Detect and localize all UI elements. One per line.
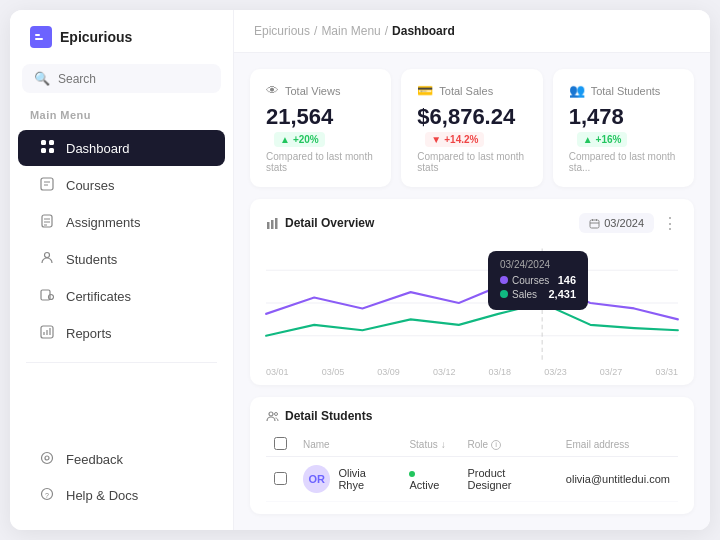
logo-icon	[30, 26, 52, 48]
sidebar-bottom: Feedback ? Help & Docs	[10, 441, 233, 514]
sidebar-item-dashboard[interactable]: Dashboard	[18, 130, 225, 166]
select-all-checkbox[interactable]	[274, 437, 287, 450]
student-avatar: OR	[303, 465, 330, 493]
sidebar-item-help[interactable]: ? Help & Docs	[18, 478, 225, 513]
sidebar-item-courses[interactable]: Courses	[18, 168, 225, 203]
col-name: Name	[295, 433, 401, 457]
students-stat-value: 1,478	[569, 104, 624, 129]
svg-rect-2	[41, 140, 46, 145]
col-check	[266, 433, 295, 457]
logo: Epicurious	[10, 26, 233, 64]
sidebar-feedback-label: Feedback	[66, 452, 123, 467]
sidebar-divider	[26, 362, 217, 363]
row-check	[266, 457, 295, 502]
views-value: 21,564	[266, 104, 333, 129]
search-icon: 🔍	[34, 71, 50, 86]
sidebar-reports-label: Reports	[66, 326, 112, 341]
x-label-2: 03/09	[377, 367, 400, 377]
sidebar-help-label: Help & Docs	[66, 488, 138, 503]
students-card: Detail Students Name	[250, 397, 694, 514]
svg-rect-0	[35, 34, 40, 36]
sales-badge: ▼ +14.2%	[425, 132, 484, 147]
svg-text:?: ?	[45, 492, 49, 499]
svg-rect-6	[41, 178, 53, 190]
sidebar-assignments-label: Assignments	[66, 215, 140, 230]
views-label: Total Views	[285, 85, 340, 97]
students-stat-label: Total Students	[591, 85, 661, 97]
table-row: OR Olivia Rhye Active Product Designer o…	[266, 457, 678, 502]
feedback-icon	[38, 451, 56, 468]
sidebar-item-assignments[interactable]: Assignments	[18, 205, 225, 240]
role-info-icon: i	[491, 440, 501, 450]
stats-row: 👁 Total Views 21,564 ▲ +20% Compared to …	[250, 69, 694, 187]
svg-point-15	[49, 295, 54, 300]
status-sort-icon: ↓	[441, 439, 446, 450]
students-section-icon	[266, 410, 279, 423]
sidebar-item-reports[interactable]: Reports	[18, 316, 225, 351]
row-role: Product Designer	[459, 457, 557, 502]
svg-point-21	[45, 456, 49, 460]
x-label-3: 03/12	[433, 367, 456, 377]
sidebar-item-students[interactable]: Students	[18, 242, 225, 277]
sidebar-dashboard-label: Dashboard	[66, 141, 130, 156]
courses-icon	[38, 177, 56, 194]
certificates-icon	[38, 288, 56, 305]
assignments-icon	[38, 214, 56, 231]
x-label-7: 03/31	[655, 367, 678, 377]
x-label-6: 03/27	[600, 367, 623, 377]
status-text: Active	[409, 479, 439, 491]
content-area: 👁 Total Views 21,564 ▲ +20% Compared to …	[234, 53, 710, 530]
chart-title-icon	[266, 217, 279, 230]
svg-rect-27	[590, 220, 599, 228]
row-status: Active	[401, 457, 459, 502]
sidebar-section-label: Main Menu	[10, 109, 233, 129]
sales-label: Total Sales	[439, 85, 493, 97]
stat-card-sales: 💳 Total Sales $6,876.24 ▼ +14.2% Compare…	[401, 69, 542, 187]
breadcrumb-sep1: /	[314, 24, 317, 38]
svg-point-20	[42, 453, 53, 464]
top-bar: Epicurious / Main Menu / Dashboard	[234, 10, 710, 53]
table-header-row: Name Status ↓ Role	[266, 433, 678, 457]
students-table: Name Status ↓ Role	[266, 433, 678, 502]
views-badge: ▲ +20%	[274, 132, 325, 147]
chart-card: Detail Overview 03/2024 ⋮	[250, 199, 694, 385]
students-section-title: Detail Students	[285, 409, 372, 423]
sidebar-item-certificates[interactable]: Certificates	[18, 279, 225, 314]
sales-sub: Compared to last month stats	[417, 151, 526, 173]
svg-rect-4	[41, 148, 46, 153]
reports-icon	[38, 325, 56, 342]
students-stat-badge: ▲ +16%	[577, 132, 628, 147]
sidebar-item-feedback[interactable]: Feedback	[18, 442, 225, 477]
breadcrumb-dashboard: Dashboard	[392, 24, 455, 38]
breadcrumb-epicurious[interactable]: Epicurious	[254, 24, 310, 38]
col-status: Status ↓	[401, 433, 459, 457]
calendar-icon	[589, 218, 600, 229]
stat-card-students: 👥 Total Students 1,478 ▲ +16% Compared t…	[553, 69, 694, 187]
students-stat-sub: Compared to last month sta...	[569, 151, 678, 173]
students-section-header: Detail Students	[266, 409, 678, 423]
chart-date-button[interactable]: 03/2024	[579, 213, 654, 233]
svg-point-13	[45, 253, 50, 258]
svg-rect-1	[35, 38, 43, 40]
views-sub: Compared to last month stats	[266, 151, 375, 173]
search-input[interactable]	[58, 72, 209, 86]
chart-date-label: 03/2024	[604, 217, 644, 229]
x-label-5: 03/23	[544, 367, 567, 377]
chart-title: Detail Overview	[266, 216, 374, 230]
col-role: Role i	[459, 433, 557, 457]
student-name: Olivia Rhye	[338, 467, 393, 491]
row-checkbox[interactable]	[274, 472, 287, 485]
svg-rect-26	[275, 218, 278, 229]
students-stat-icon: 👥	[569, 83, 585, 98]
views-badge-arrow: ▲	[280, 134, 290, 145]
chart-more-button[interactable]: ⋮	[662, 214, 678, 233]
search-bar[interactable]: 🔍	[22, 64, 221, 93]
breadcrumb-mainmenu[interactable]: Main Menu	[321, 24, 380, 38]
x-label-1: 03/05	[322, 367, 345, 377]
row-email: olivia@untitledui.com	[558, 457, 678, 502]
row-name: OR Olivia Rhye	[295, 457, 401, 502]
sales-value: $6,876.24	[417, 104, 515, 129]
x-label-4: 03/18	[489, 367, 512, 377]
sidebar-students-label: Students	[66, 252, 117, 267]
chart-x-labels: 03/01 03/05 03/09 03/12 03/18 03/23 03/2…	[266, 363, 678, 377]
